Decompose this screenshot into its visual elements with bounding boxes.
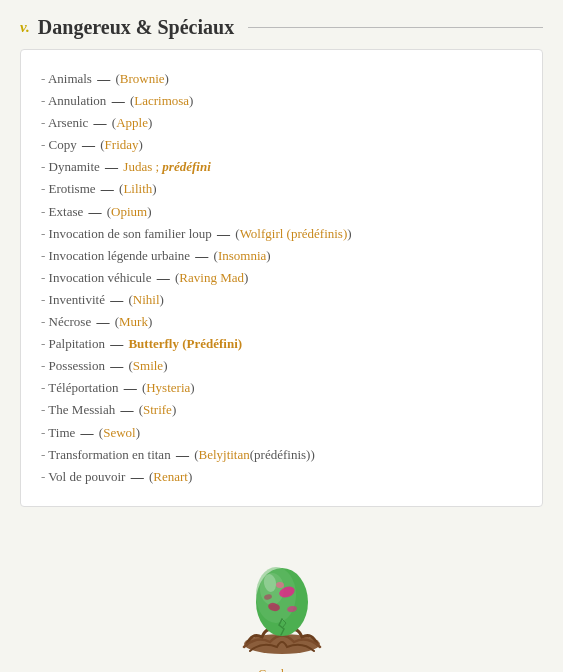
- list-item: - Invocation légende urbaine — (Insomnia…: [41, 245, 522, 267]
- dash: -: [41, 314, 49, 329]
- dash: -: [41, 358, 49, 373]
- char-name: Murk: [119, 314, 148, 329]
- list-item: - Invocation de son familier loup — (Wol…: [41, 223, 522, 245]
- char-name: Hysteria: [146, 380, 190, 395]
- item-name: The Messiah: [48, 402, 118, 417]
- dash-sep: —: [81, 425, 94, 440]
- item-name: Invocation véhicule: [49, 270, 155, 285]
- list-item: - Transformation en titan — (Belyjtitan(…: [41, 444, 522, 466]
- list-item: - Time — (Sewol): [41, 422, 522, 444]
- char-name: Brownie: [120, 71, 165, 86]
- dash-sep: —: [110, 292, 123, 307]
- dash: -: [41, 115, 48, 130]
- char-name: Sewol: [103, 425, 136, 440]
- dash: -: [41, 204, 49, 219]
- dash: -: [41, 292, 49, 307]
- item-name: Nécrose: [49, 314, 95, 329]
- list-item: - Inventivité — (Nihil): [41, 289, 522, 311]
- content-card: - Animals — (Brownie)- Annulation — (Lac…: [20, 49, 543, 507]
- dash: -: [41, 248, 49, 263]
- dash-sep: —: [176, 447, 189, 462]
- char-name: Insomnia: [218, 248, 266, 263]
- char-name: Apple: [116, 115, 148, 130]
- char-name: Butterfly (Prédéfini): [128, 336, 242, 351]
- item-name: Téléportation: [48, 380, 121, 395]
- dash-sep: —: [101, 181, 114, 196]
- char-name: Lilith: [123, 181, 152, 196]
- list-item: - Nécrose — (Murk): [41, 311, 522, 333]
- list-item: - Erotisme — (Lilith): [41, 178, 522, 200]
- dash-sep: —: [131, 469, 144, 484]
- item-name: Inventivité: [49, 292, 109, 307]
- title-divider: [248, 27, 543, 28]
- char-name: Strife: [143, 402, 172, 417]
- char-name: Opium: [111, 204, 147, 219]
- item-name: Possession: [49, 358, 109, 373]
- item-name: Dynamite: [49, 159, 104, 174]
- char-name: Renart: [153, 469, 188, 484]
- list-item: - Dynamite — Judas ; prédéfini: [41, 156, 522, 178]
- list-item: - Invocation véhicule — (Raving Mad): [41, 267, 522, 289]
- dash-sep: —: [110, 358, 123, 373]
- dash: -: [41, 159, 49, 174]
- dash: -: [41, 270, 49, 285]
- items-list: - Animals — (Brownie)- Annulation — (Lac…: [41, 68, 522, 488]
- item-name: Palpitation: [49, 336, 109, 351]
- dash: -: [41, 226, 49, 241]
- dash-sep: —: [96, 314, 109, 329]
- item-name: Invocation légende urbaine: [49, 248, 194, 263]
- item-name: Time: [48, 425, 78, 440]
- item-name: Arsenic: [48, 115, 92, 130]
- item-name: Annulation: [48, 93, 110, 108]
- item-name: Extase: [49, 204, 87, 219]
- dash-sep: —: [112, 93, 125, 108]
- dash-sep: —: [82, 137, 95, 152]
- item-name: Copy: [49, 137, 80, 152]
- list-item: - Animals — (Brownie): [41, 68, 522, 90]
- dash-sep: —: [97, 71, 110, 86]
- char-name: Nihil: [133, 292, 160, 307]
- egg-image: [232, 547, 332, 657]
- dash-sep: —: [157, 270, 170, 285]
- dash-sep: —: [124, 380, 137, 395]
- page-wrapper: v. Dangereux & Spéciaux - Animals — (Bro…: [0, 0, 563, 672]
- dash: -: [41, 336, 49, 351]
- char-name: Lacrimosa: [134, 93, 189, 108]
- dash-sep: —: [89, 204, 102, 219]
- dash-sep: —: [110, 336, 123, 351]
- char-name: Belyjtitan: [198, 447, 249, 462]
- item-name: Transformation en titan: [48, 447, 174, 462]
- char-name: Raving Mad: [179, 270, 244, 285]
- list-item: - Vol de pouvoir — (Renart): [41, 466, 522, 488]
- list-item: - The Messiah — (Strife): [41, 399, 522, 421]
- dash-sep: —: [94, 115, 107, 130]
- egg-label: Cyalena: [258, 667, 304, 672]
- list-item: - Possession — (Smile): [41, 355, 522, 377]
- list-item: - Extase — (Opium): [41, 201, 522, 223]
- dash-sep: —: [120, 402, 133, 417]
- dash-sep: —: [105, 159, 118, 174]
- dash: -: [41, 93, 48, 108]
- section-title: Dangereux & Spéciaux: [38, 16, 234, 39]
- dash-sep: —: [217, 226, 230, 241]
- section-title-bar: v. Dangereux & Spéciaux: [0, 0, 563, 49]
- egg-section: Cyalena: [0, 527, 563, 672]
- list-item: - Arsenic — (Apple): [41, 112, 522, 134]
- item-name: Vol de pouvoir: [48, 469, 128, 484]
- dash: -: [41, 137, 49, 152]
- list-item: - Annulation — (Lacrimosa): [41, 90, 522, 112]
- list-item: - Copy — (Friday): [41, 134, 522, 156]
- list-item: - Téléportation — (Hysteria): [41, 377, 522, 399]
- char-name: Wolfgirl (prédéfinis): [240, 226, 348, 241]
- section-v-label: v.: [20, 19, 30, 36]
- dash: -: [41, 71, 48, 86]
- item-name: Animals: [48, 71, 95, 86]
- item-name: Invocation de son familier loup: [49, 226, 215, 241]
- dash-sep: —: [195, 248, 208, 263]
- item-name: Erotisme: [49, 181, 99, 196]
- char-name: Smile: [133, 358, 163, 373]
- list-item: - Palpitation — Butterfly (Prédéfini): [41, 333, 522, 355]
- char-name: Friday: [105, 137, 139, 152]
- char-name: Judas ; prédéfini: [123, 159, 210, 174]
- dash: -: [41, 181, 49, 196]
